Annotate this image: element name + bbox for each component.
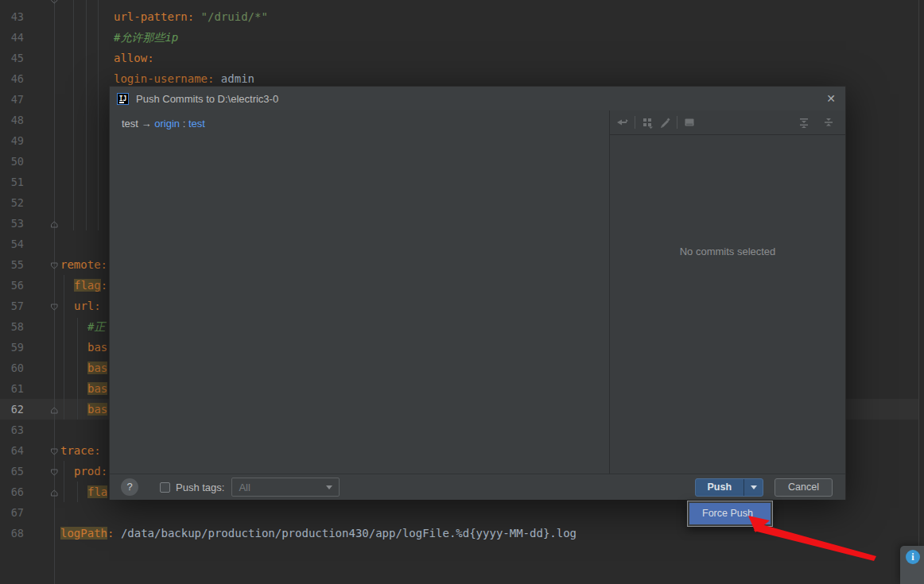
- code-line: bas: [87, 358, 107, 378]
- code-line: stat-view-servlet:: [100, 0, 221, 6]
- branch-separator: :: [183, 118, 186, 130]
- push-tags-label[interactable]: Push tags:: [176, 482, 224, 493]
- line-number: 59: [0, 337, 24, 358]
- indent-guide: [86, 0, 87, 230]
- line-number: 64: [0, 440, 24, 461]
- code-line: prod:: [74, 461, 107, 482]
- fold-marker-icon[interactable]: [49, 219, 60, 230]
- code-line: url:: [74, 296, 101, 316]
- indent-guide: [64, 461, 64, 502]
- remote-branch-link[interactable]: test: [188, 118, 205, 130]
- line-number: 68: [0, 523, 24, 543]
- line-number: 63: [0, 420, 24, 440]
- intellij-logo-icon: IJ: [117, 93, 129, 105]
- line-number: 54: [0, 234, 24, 254]
- code-line: logPath: /data/backup/production/product…: [60, 523, 577, 543]
- force-push-menu-item[interactable]: Force Push: [689, 503, 771, 524]
- fold-marker-icon[interactable]: [49, 0, 60, 6]
- toolbar-separator: [635, 116, 635, 129]
- line-number: 55: [0, 254, 24, 275]
- line-number: 45: [0, 48, 24, 68]
- line-number: 56: [0, 275, 24, 296]
- line-number: 58: [0, 316, 24, 337]
- indent-guide: [64, 275, 64, 420]
- line-number: 53: [0, 213, 24, 234]
- fold-marker-icon[interactable]: [49, 261, 60, 271]
- push-tags-checkbox[interactable]: [160, 482, 170, 493]
- collapse-all-icon[interactable]: [820, 114, 837, 130]
- line-number: 52: [0, 192, 24, 213]
- indent-guide: [77, 482, 78, 502]
- fold-marker-icon[interactable]: [49, 405, 60, 416]
- push-commits-dialog: IJ Push Commits to D:\electric3-0 ✕ test…: [109, 86, 846, 500]
- line-number: 47: [0, 89, 24, 110]
- force-push-popup: Force Push: [687, 501, 773, 527]
- line-number: 60: [0, 358, 24, 378]
- code-line: allow:: [114, 48, 154, 68]
- line-number: 44: [0, 27, 24, 48]
- help-icon[interactable]: ?: [121, 478, 138, 496]
- code-line: #正: [87, 316, 105, 337]
- info-icon[interactable]: i: [906, 550, 920, 564]
- indent-guide: [73, 0, 74, 230]
- fold-marker-icon[interactable]: [49, 467, 60, 478]
- chevron-down-icon: [751, 485, 757, 489]
- ide-window: 4344454647484950515253545556575859606162…: [0, 0, 924, 584]
- code-line: #允许那些ip: [114, 27, 178, 48]
- code-line: fla: [87, 482, 107, 502]
- tags-dropdown[interactable]: All: [231, 478, 340, 497]
- cancel-button[interactable]: Cancel: [775, 478, 833, 497]
- line-number: 57: [0, 296, 24, 316]
- line-number: 51: [0, 172, 24, 192]
- line-number: 66: [0, 482, 24, 502]
- code-line: url-pattern: "/druid/*": [114, 6, 268, 27]
- line-number: 61: [0, 378, 24, 399]
- fold-marker-icon[interactable]: [49, 488, 60, 498]
- details-toolbar: [610, 110, 845, 135]
- code-line: bas: [87, 337, 107, 358]
- line-number: 48: [0, 110, 24, 130]
- line-number: 65: [0, 461, 24, 482]
- code-line: flag:: [74, 275, 107, 296]
- push-dropdown-arrow[interactable]: [743, 479, 763, 496]
- indent-guide: [98, 0, 99, 230]
- preview-diff-icon[interactable]: [681, 114, 698, 130]
- line-number: 67: [0, 502, 24, 523]
- line-number: 62: [0, 399, 24, 420]
- code-line: bas: [87, 378, 107, 399]
- right-margin-guide: [918, 0, 919, 546]
- compare-icon[interactable]: [614, 114, 631, 130]
- commit-details-panel: No commits selected: [610, 110, 845, 474]
- code-line: bas: [87, 399, 107, 420]
- line-number: 49: [0, 130, 24, 151]
- indent-guide: [77, 318, 78, 420]
- remote-link[interactable]: origin: [154, 118, 180, 130]
- arrow-glyph: →: [142, 118, 152, 130]
- code-line: trace:: [60, 440, 101, 461]
- dialog-title: Push Commits to D:\electric3-0: [136, 93, 278, 105]
- line-number: 46: [0, 68, 24, 89]
- local-branch: test: [122, 118, 138, 130]
- fold-marker-icon[interactable]: [49, 302, 60, 312]
- edit-icon[interactable]: [656, 114, 674, 130]
- commit-list-panel[interactable]: test → origin : test: [110, 110, 610, 474]
- push-split-button[interactable]: Push: [695, 478, 764, 497]
- chevron-down-icon: [326, 485, 332, 489]
- push-button[interactable]: Push: [696, 479, 744, 496]
- dialog-footer: ? Push tags: All Push Cancel: [110, 474, 845, 500]
- group-by-icon[interactable]: [639, 114, 656, 130]
- tags-dropdown-value: All: [239, 482, 250, 493]
- close-icon[interactable]: ✕: [826, 93, 836, 104]
- fold-marker-icon[interactable]: [49, 447, 60, 457]
- toolbar-separator: [677, 116, 677, 129]
- code-line: remote:: [60, 254, 107, 275]
- expand-all-icon[interactable]: [795, 114, 813, 130]
- dialog-titlebar[interactable]: IJ Push Commits to D:\electric3-0 ✕: [110, 87, 845, 110]
- line-number: 50: [0, 151, 24, 172]
- line-number: 43: [0, 6, 24, 27]
- empty-selection-message: No commits selected: [610, 246, 845, 257]
- notification-corner[interactable]: i: [900, 546, 924, 584]
- branch-row: test → origin : test: [110, 110, 609, 137]
